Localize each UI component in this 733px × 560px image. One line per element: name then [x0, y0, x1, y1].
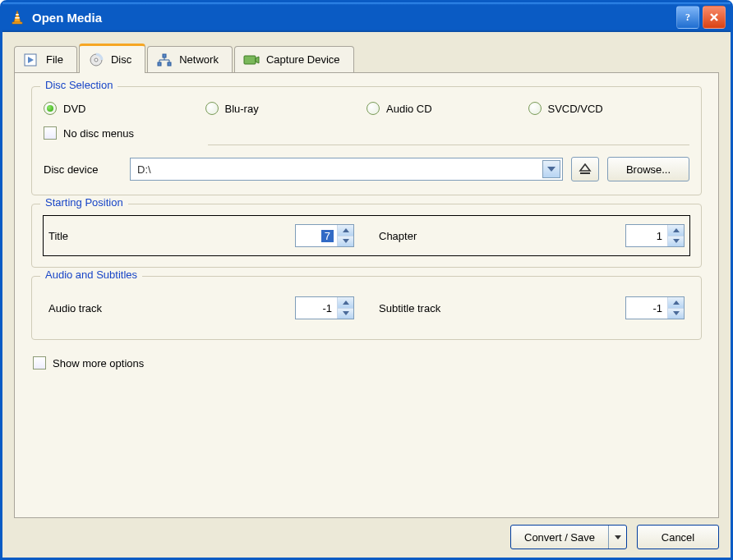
tab-capture-label: Capture Device	[266, 53, 340, 66]
subtitle-track-value: -1	[626, 297, 667, 319]
svg-rect-1	[16, 14, 19, 16]
chevron-down-icon	[547, 167, 556, 172]
help-button[interactable]: ?	[676, 6, 699, 29]
no-disc-menus-label: No disc menus	[63, 127, 134, 140]
dialog-footer: Convert / Save Cancel	[14, 518, 719, 549]
chevron-up-icon	[673, 228, 680, 232]
title-label: Title	[48, 230, 256, 242]
tab-file[interactable]: File	[14, 46, 77, 72]
spinner-up[interactable]	[668, 225, 684, 236]
window-title: Open Media	[32, 11, 673, 25]
close-button[interactable]	[703, 6, 726, 29]
svg-marker-24	[343, 311, 349, 315]
cancel-button[interactable]: Cancel	[637, 525, 719, 549]
svg-marker-0	[14, 11, 21, 22]
help-icon: ?	[682, 11, 694, 23]
chevron-down-icon	[615, 535, 621, 539]
convert-save-button[interactable]: Convert / Save	[510, 525, 627, 549]
checkbox-show-more-options[interactable]: Show more options	[33, 356, 144, 370]
group-disc-selection: Disc Selection DVD Blu-ray Audio CD	[31, 86, 702, 195]
svg-marker-17	[580, 164, 590, 171]
svg-rect-12	[158, 62, 161, 66]
vlc-cone-icon	[9, 9, 25, 25]
disc-device-row: Disc device D:\ Browse..	[44, 157, 689, 181]
tab-file-label: File	[46, 53, 63, 66]
starting-position-grid: Title 7 Chapter 1	[44, 216, 689, 255]
svg-marker-16	[547, 167, 556, 172]
panel-footer: Show more options	[31, 348, 702, 376]
audio-track-label: Audio track	[48, 302, 256, 314]
radio-audiocd-label: Audio CD	[386, 103, 432, 115]
browse-label: Browse...	[626, 163, 671, 176]
radio-dvd-label: DVD	[63, 103, 85, 115]
subtitle-track-label: Subtitle track	[379, 302, 586, 314]
chevron-up-icon	[673, 301, 680, 305]
spinner-up[interactable]	[668, 297, 684, 308]
convert-save-dropdown[interactable]	[608, 526, 626, 549]
svg-marker-26	[673, 311, 680, 315]
group-starting-position: Starting Position Title 7 Chapter 1	[31, 204, 702, 268]
tab-network[interactable]: Network	[147, 46, 233, 72]
svg-marker-21	[673, 228, 680, 232]
chapter-label: Chapter	[379, 230, 586, 242]
svg-marker-20	[343, 239, 349, 243]
network-icon	[156, 53, 173, 67]
spinner-down[interactable]	[338, 236, 353, 247]
chevron-down-icon	[343, 311, 349, 315]
convert-save-label: Convert / Save	[511, 526, 608, 549]
audio-track-spinner[interactable]: -1	[295, 296, 354, 319]
radio-audiocd[interactable]: Audio CD	[366, 102, 528, 115]
chevron-up-icon	[343, 228, 349, 232]
cancel-label: Cancel	[662, 531, 694, 544]
svg-marker-27	[615, 535, 621, 539]
radio-icon	[366, 102, 380, 115]
title-spinner[interactable]: 7	[295, 224, 354, 247]
svg-rect-13	[168, 62, 171, 66]
subtitle-track-spinner[interactable]: -1	[625, 296, 685, 319]
disc-type-radios: DVD Blu-ray Audio CD SVCD/VCD	[44, 102, 689, 115]
spinner-down[interactable]	[668, 236, 684, 247]
tab-capture[interactable]: Capture Device	[234, 46, 354, 72]
disc-device-combo[interactable]: D:\	[130, 158, 563, 181]
dropdown-button[interactable]	[542, 160, 560, 178]
disc-device-value: D:\	[137, 163, 542, 176]
spinner-up[interactable]	[338, 225, 353, 236]
spinner-up[interactable]	[338, 297, 353, 308]
title-value: 7	[321, 230, 334, 242]
tab-disc[interactable]: Disc	[79, 44, 145, 73]
radio-icon	[205, 102, 219, 115]
disc-icon	[88, 53, 104, 67]
chapter-value: 1	[626, 225, 667, 246]
radio-svcd[interactable]: SVCD/VCD	[528, 102, 690, 115]
radio-dvd[interactable]: DVD	[44, 102, 205, 115]
tab-panel-disc: Disc Selection DVD Blu-ray Audio CD	[14, 72, 719, 518]
checkbox-icon	[33, 356, 46, 370]
eject-button[interactable]	[571, 157, 599, 181]
disc-device-label: Disc device	[44, 163, 122, 176]
svg-rect-18	[580, 172, 590, 174]
close-icon	[708, 11, 720, 23]
audio-track-value: -1	[296, 297, 337, 319]
browse-button[interactable]: Browse...	[607, 157, 689, 181]
spinner-down[interactable]	[668, 308, 684, 319]
chapter-spinner[interactable]: 1	[625, 224, 685, 247]
radio-svcd-label: SVCD/VCD	[548, 103, 603, 115]
radio-bluray[interactable]: Blu-ray	[205, 102, 367, 115]
spinner-down[interactable]	[338, 308, 353, 319]
tab-bar: File Disc	[14, 44, 719, 72]
capture-device-icon	[243, 53, 260, 67]
svg-text:?: ?	[685, 11, 690, 23]
client-area: File Disc	[2, 32, 731, 558]
tab-disc-label: Disc	[111, 53, 131, 66]
title-bar: Open Media ?	[2, 2, 731, 32]
checkbox-icon	[44, 126, 57, 140]
svg-rect-14	[244, 56, 256, 64]
svg-marker-15	[256, 57, 259, 63]
checkbox-no-disc-menus[interactable]: No disc menus	[44, 126, 208, 140]
svg-marker-25	[673, 301, 680, 305]
svg-rect-3	[12, 22, 22, 24]
svg-rect-11	[163, 54, 166, 57]
radio-bluray-label: Blu-ray	[225, 103, 259, 115]
divider	[208, 145, 689, 145]
open-media-window: Open Media ? File	[0, 0, 733, 560]
